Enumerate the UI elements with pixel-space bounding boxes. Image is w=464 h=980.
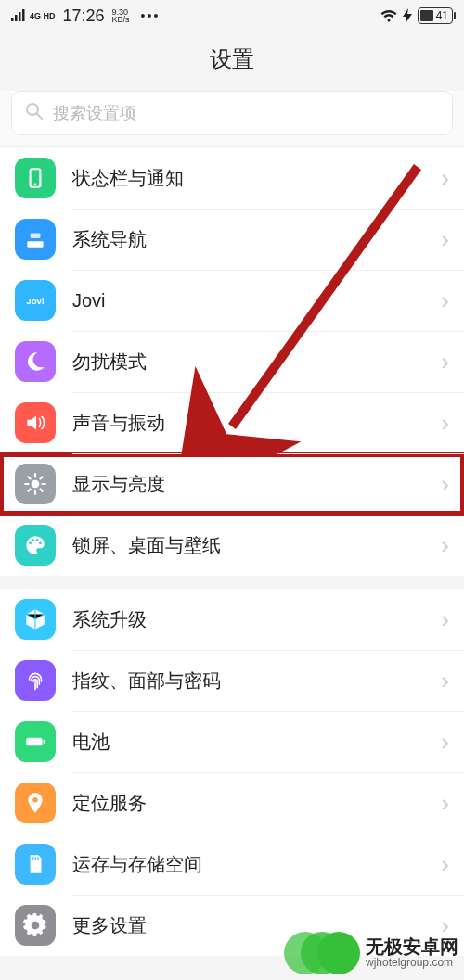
svg-point-7 — [34, 183, 36, 185]
signal-icon — [11, 8, 26, 24]
svg-rect-2 — [19, 12, 21, 21]
row-label: 状态栏与通知 — [72, 166, 441, 191]
cube-icon — [15, 599, 56, 640]
battery-percent: 41 — [436, 9, 448, 22]
row-sound[interactable]: 声音与振动› — [0, 392, 464, 453]
watermark-sub: wjhotelgroup.com — [366, 957, 458, 969]
chevron-right-icon: › — [441, 667, 449, 695]
network-label: 4G HD — [30, 12, 56, 19]
search-placeholder: 搜索设置项 — [53, 102, 136, 124]
battery-indicator: 41 — [418, 7, 453, 24]
chevron-right-icon: › — [441, 605, 449, 634]
svg-rect-25 — [44, 740, 45, 744]
search-input[interactable]: 搜索设置项 — [11, 91, 453, 135]
row-label: 指纹、面部与密码 — [72, 668, 441, 694]
bright-icon — [15, 464, 56, 504]
row-label: 定位服务 — [72, 791, 441, 816]
palette-icon — [15, 525, 56, 566]
status-bar: 4G HD 17:26 9.30 KB/s ••• 41 — [0, 0, 464, 32]
search-icon — [25, 102, 44, 125]
row-battery[interactable]: 电池› — [0, 711, 464, 772]
row-jovi[interactable]: JoviJovi› — [0, 270, 464, 331]
row-lock[interactable]: 锁屏、桌面与壁纸› — [0, 515, 464, 576]
chevron-right-icon: › — [441, 409, 449, 438]
chevron-right-icon: › — [441, 164, 449, 193]
row-label: 运存与存储空间 — [72, 852, 441, 877]
finger-icon — [15, 660, 56, 701]
svg-point-21 — [32, 539, 34, 541]
gear-icon — [15, 905, 56, 946]
chevron-right-icon: › — [441, 286, 449, 315]
jovi-icon: Jovi — [15, 280, 56, 321]
status-right: 41 — [380, 7, 453, 24]
svg-line-5 — [37, 114, 42, 119]
row-nav[interactable]: 系统导航› — [0, 209, 464, 270]
row-display[interactable]: 显示与亮度› — [0, 453, 464, 515]
svg-text:Jovi: Jovi — [26, 296, 45, 306]
svg-point-20 — [29, 541, 32, 544]
chevron-right-icon: › — [441, 728, 449, 757]
settings-list: 状态栏与通知›系统导航›JoviJovi›勿扰模式›声音与振动›显示与亮度›锁屏… — [0, 147, 464, 956]
more-dots-icon: ••• — [141, 8, 161, 23]
status-left: 4G HD 17:26 9.30 KB/s ••• — [11, 6, 160, 26]
row-statusbar[interactable]: 状态栏与通知› — [0, 147, 464, 209]
svg-point-4 — [27, 104, 38, 115]
row-upgrade[interactable]: 系统升级› — [0, 589, 464, 650]
speed-bottom: KB/s — [112, 16, 130, 23]
watermark-logo-icon — [317, 932, 360, 974]
nav-icon — [15, 219, 56, 260]
row-dnd[interactable]: 勿扰模式› — [0, 331, 464, 392]
row-label: 锁屏、桌面与壁纸 — [72, 533, 441, 558]
row-label: Jovi — [72, 290, 441, 312]
row-label: 系统导航 — [72, 227, 441, 252]
svg-rect-3 — [22, 9, 25, 21]
row-label: 显示与亮度 — [72, 472, 441, 497]
svg-rect-28 — [34, 857, 36, 859]
row-label: 系统升级 — [72, 607, 441, 632]
settings-group: 系统升级›指纹、面部与密码›电池›定位服务›运存与存储空间›更多设置› — [0, 589, 464, 956]
svg-line-17 — [40, 489, 42, 490]
chevron-right-icon: › — [441, 850, 449, 879]
svg-line-19 — [40, 477, 42, 478]
row-storage[interactable]: 运存与存储空间› — [0, 834, 464, 895]
settings-group: 状态栏与通知›系统导航›JoviJovi›勿扰模式›声音与振动›显示与亮度›锁屏… — [0, 147, 464, 576]
svg-line-18 — [28, 489, 30, 490]
page-title: 设置 — [0, 32, 464, 91]
row-label: 声音与振动 — [72, 411, 441, 436]
chevron-right-icon: › — [441, 225, 449, 254]
notify-icon — [15, 158, 56, 198]
svg-rect-0 — [11, 18, 14, 21]
wifi-icon — [380, 9, 397, 22]
svg-rect-29 — [37, 857, 39, 859]
moon-icon — [15, 341, 56, 382]
chevron-right-icon: › — [441, 789, 449, 818]
charging-icon — [403, 8, 412, 23]
sd-icon — [15, 844, 56, 885]
svg-rect-27 — [32, 857, 34, 859]
svg-point-22 — [36, 539, 39, 541]
svg-rect-9 — [31, 234, 41, 238]
svg-rect-8 — [27, 241, 43, 248]
svg-point-23 — [39, 541, 42, 544]
row-label: 勿扰模式 — [72, 350, 441, 375]
row-label: 电池 — [72, 730, 441, 755]
svg-rect-1 — [15, 15, 18, 21]
chevron-right-icon: › — [441, 348, 449, 376]
clock: 17:26 — [63, 6, 105, 26]
battery-icon — [15, 721, 56, 762]
svg-point-26 — [32, 797, 37, 802]
svg-point-11 — [32, 480, 40, 489]
sound-icon — [15, 402, 56, 443]
pin-icon — [15, 783, 56, 823]
chevron-right-icon: › — [441, 531, 449, 560]
svg-line-16 — [28, 477, 30, 478]
search-container: 搜索设置项 — [0, 91, 464, 147]
row-biometric[interactable]: 指纹、面部与密码› — [0, 650, 464, 711]
watermark: 无极安卓网 wjhotelgroup.com — [317, 932, 458, 974]
chevron-right-icon: › — [441, 470, 449, 499]
row-location[interactable]: 定位服务› — [0, 772, 464, 834]
svg-rect-24 — [26, 738, 42, 746]
watermark-title: 无极安卓网 — [366, 936, 458, 957]
